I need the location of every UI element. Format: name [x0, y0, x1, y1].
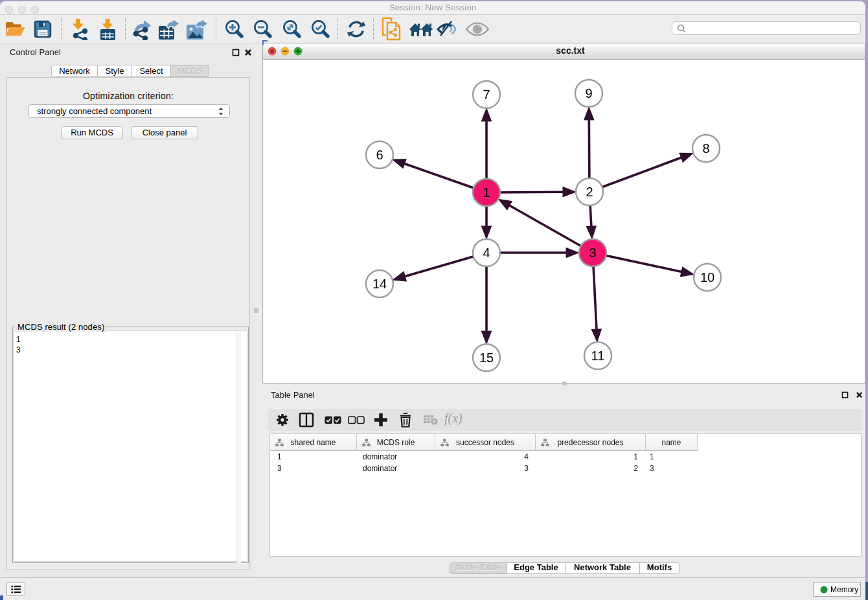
svg-text:1: 1 [483, 185, 490, 200]
svg-text:2: 2 [586, 185, 593, 199]
svg-text:7: 7 [483, 87, 490, 102]
svg-text:10: 10 [700, 270, 714, 284]
svg-text:14: 14 [372, 277, 387, 291]
svg-text:3: 3 [589, 246, 596, 260]
svg-text:9: 9 [585, 86, 592, 100]
svg-text:6: 6 [376, 148, 383, 162]
svg-text:15: 15 [479, 351, 494, 365]
svg-text:4: 4 [483, 246, 490, 260]
svg-text:11: 11 [591, 349, 605, 363]
svg-text:8: 8 [702, 141, 709, 156]
